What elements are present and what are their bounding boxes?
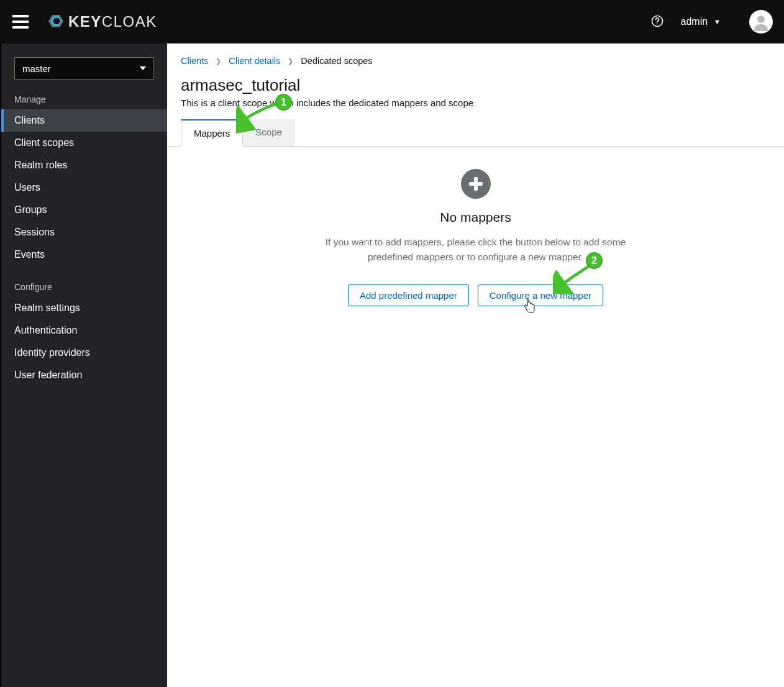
breadcrumb-client-details[interactable]: Client details bbox=[229, 56, 280, 66]
brand-mark-icon bbox=[42, 11, 67, 34]
svg-point-8 bbox=[757, 16, 765, 23]
sidebar-section-manage: Manage bbox=[1, 94, 167, 109]
sidebar-item-events[interactable]: Events bbox=[1, 243, 167, 266]
sidebar-item-users[interactable]: Users bbox=[1, 176, 167, 199]
annotation-marker-1: 1 bbox=[275, 94, 292, 111]
empty-heading: No mappers bbox=[180, 210, 772, 225]
avatar[interactable] bbox=[749, 10, 773, 34]
sidebar-section-configure: Configure bbox=[1, 282, 167, 297]
chevron-right-icon: ❯ bbox=[216, 57, 221, 65]
svg-rect-1 bbox=[12, 20, 29, 23]
page-title: armasec_tutorial bbox=[167, 76, 784, 98]
breadcrumb-clients[interactable]: Clients bbox=[181, 56, 208, 66]
help-button[interactable] bbox=[651, 15, 663, 29]
svg-point-7 bbox=[657, 23, 658, 24]
caret-down-icon: ▼ bbox=[714, 18, 721, 25]
hamburger-icon bbox=[12, 15, 29, 29]
hamburger-menu[interactable] bbox=[12, 15, 29, 29]
add-predefined-mapper-button[interactable]: Add predefined mapper bbox=[348, 284, 469, 306]
sidebar-item-sessions[interactable]: Sessions bbox=[1, 221, 167, 243]
sidebar-item-client-scopes[interactable]: Client scopes bbox=[1, 132, 167, 154]
user-menu[interactable]: admin ▼ bbox=[681, 16, 721, 27]
sidebar-item-clients[interactable]: Clients bbox=[1, 109, 167, 132]
sidebar-item-realm-roles[interactable]: Realm roles bbox=[1, 154, 167, 176]
username-label: admin bbox=[681, 16, 708, 27]
sidebar-item-authentication[interactable]: Authentication bbox=[1, 319, 167, 342]
brand-text: KEYCLOAK bbox=[68, 13, 157, 30]
avatar-icon bbox=[752, 12, 770, 31]
breadcrumb: Clients ❯ Client details ❯ Dedicated sco… bbox=[167, 43, 784, 76]
breadcrumb-current: Dedicated scopes bbox=[301, 56, 372, 66]
tab-mappers[interactable]: Mappers bbox=[181, 119, 243, 147]
chevron-right-icon: ❯ bbox=[288, 57, 293, 65]
sidebar-item-realm-settings[interactable]: Realm settings bbox=[1, 297, 167, 319]
svg-rect-10 bbox=[469, 182, 483, 186]
empty-state: No mappers If you want to add mappers, p… bbox=[167, 147, 784, 306]
svg-rect-0 bbox=[12, 15, 29, 17]
annotation-marker-2: 2 bbox=[586, 252, 603, 269]
help-icon bbox=[651, 15, 663, 27]
cursor-hand-icon bbox=[524, 299, 536, 316]
sidebar-item-groups[interactable]: Groups bbox=[1, 199, 167, 221]
brand-logo[interactable]: KEYCLOAK bbox=[42, 11, 157, 34]
realm-name: master bbox=[22, 63, 51, 74]
top-navbar: KEYCLOAK admin ▼ bbox=[0, 0, 784, 43]
sidebar-item-user-federation[interactable]: User federation bbox=[1, 364, 167, 386]
svg-rect-2 bbox=[12, 26, 29, 29]
plus-circle-icon bbox=[461, 169, 491, 199]
main-content: Clients ❯ Client details ❯ Dedicated sco… bbox=[167, 43, 784, 687]
sidebar: master Manage Clients Client scopes Real… bbox=[0, 43, 167, 687]
realm-selector[interactable]: master bbox=[14, 57, 154, 80]
sidebar-item-identity-providers[interactable]: Identity providers bbox=[1, 342, 167, 364]
